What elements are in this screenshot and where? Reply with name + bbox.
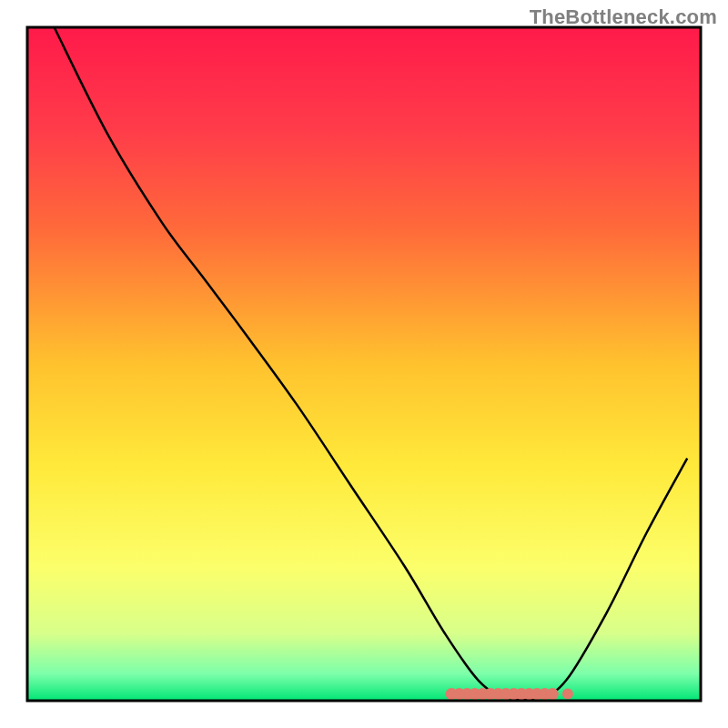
plot-area [27,27,701,701]
chart-container: TheBottleneck.com [0,0,728,728]
bottleneck-chart [0,0,728,728]
gradient-background [27,27,701,701]
svg-point-14 [547,688,559,700]
svg-point-15 [562,689,573,700]
marker-band [446,688,573,700]
watermark-text: TheBottleneck.com [530,5,717,29]
